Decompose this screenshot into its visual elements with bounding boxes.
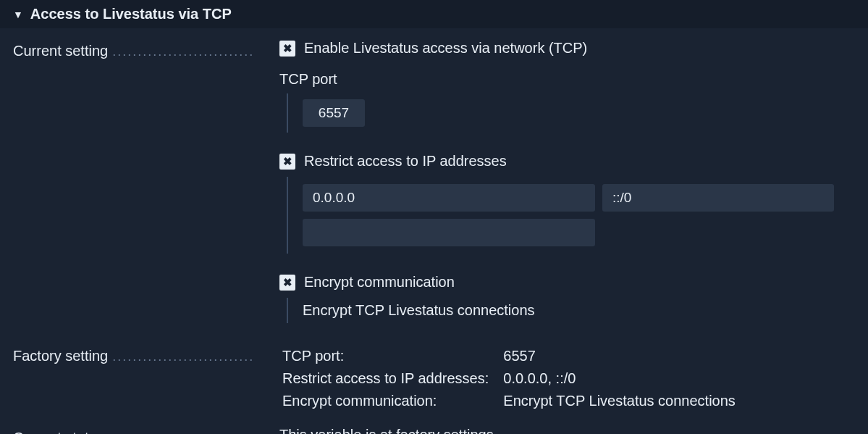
encrypt-checkbox[interactable]: ✖ xyxy=(279,275,295,291)
settings-page: ▼ Access to Livestatus via TCP Current s… xyxy=(0,0,868,434)
label-current-state: Current state xyxy=(13,430,97,434)
encrypt-label: Encrypt communication xyxy=(304,274,455,291)
row-value: TCP port: 6557 Restrict access to IP add… xyxy=(253,345,868,412)
restrict-checkbox[interactable]: ✖ xyxy=(279,154,295,170)
restrict-row: ✖ Restrict access to IP addresses xyxy=(279,153,868,170)
row-label: Factory setting ........................… xyxy=(13,345,253,364)
ip-input-1[interactable] xyxy=(303,184,595,212)
factory-val: Encrypt TCP Livestatus connections xyxy=(503,390,736,412)
factory-val: 0.0.0.0, ::/0 xyxy=(503,367,736,390)
label-factory-setting: Factory setting xyxy=(13,348,108,364)
dots-filler: ........................................ xyxy=(108,349,253,364)
enable-label: Enable Livestatus access via network (TC… xyxy=(304,40,587,57)
row-value: ✖ Enable Livestatus access via network (… xyxy=(253,40,868,323)
dots-filler: ........................................ xyxy=(108,44,253,59)
encrypt-row: ✖ Encrypt communication xyxy=(279,274,868,291)
collapse-icon: ▼ xyxy=(13,9,23,20)
ip-row-2 xyxy=(303,219,868,246)
row-factory-setting: Factory setting ........................… xyxy=(13,345,868,412)
factory-val: 6557 xyxy=(503,345,736,367)
state-text: This variable is at factory settings. xyxy=(279,427,497,434)
section-title: Access to Livestatus via TCP xyxy=(30,6,232,22)
enable-checkbox[interactable]: ✖ xyxy=(279,41,295,57)
factory-row-restrict: Restrict access to IP addresses: 0.0.0.0… xyxy=(282,367,736,390)
factory-key: Encrypt communication: xyxy=(282,390,503,412)
ip-indent xyxy=(287,177,868,254)
tcp-port-input[interactable] xyxy=(303,99,365,127)
factory-key: Restrict access to IP addresses: xyxy=(282,367,503,390)
enable-row: ✖ Enable Livestatus access via network (… xyxy=(279,40,868,57)
factory-row-encrypt: Encrypt communication: Encrypt TCP Lives… xyxy=(282,390,736,412)
encrypt-indent: Encrypt TCP Livestatus connections xyxy=(287,298,868,323)
row-value: This variable is at factory settings. xyxy=(253,427,868,434)
section-header[interactable]: ▼ Access to Livestatus via TCP xyxy=(0,0,868,28)
tcp-port-block: TCP port xyxy=(279,71,868,133)
ip-input-3[interactable] xyxy=(303,219,595,246)
row-current-state: Current state ..........................… xyxy=(13,427,868,434)
tcp-port-label: TCP port xyxy=(279,71,868,88)
ip-row-1 xyxy=(303,184,868,212)
row-label: Current state ..........................… xyxy=(13,427,253,434)
factory-row-tcp: TCP port: 6557 xyxy=(282,345,736,367)
ip-input-2[interactable] xyxy=(602,184,834,212)
row-label: Current setting ........................… xyxy=(13,40,253,59)
factory-key: TCP port: xyxy=(282,345,503,367)
label-current-setting: Current setting xyxy=(13,43,108,59)
factory-table: TCP port: 6557 Restrict access to IP add… xyxy=(282,345,736,412)
row-current-setting: Current setting ........................… xyxy=(13,40,868,323)
tcp-port-indent xyxy=(287,93,868,133)
restrict-label: Restrict access to IP addresses xyxy=(304,153,507,170)
dots-filler: ........................................ xyxy=(97,431,253,434)
encrypt-sub-text: Encrypt TCP Livestatus connections xyxy=(303,302,535,318)
section-content: Current setting ........................… xyxy=(0,28,868,434)
